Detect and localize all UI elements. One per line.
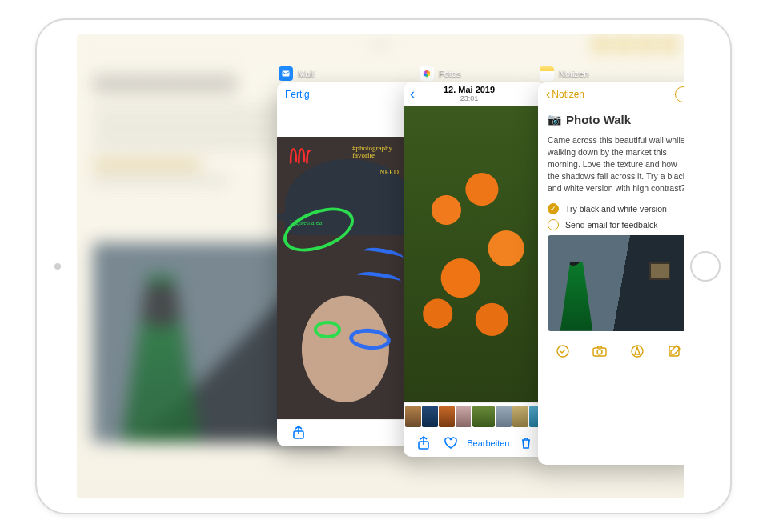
thumbnail[interactable]: [456, 406, 472, 427]
photos-topbar: ‹ 12. Mai 2019 23:01: [404, 82, 546, 106]
note-content[interactable]: 📷 Photo Walk Came across this beautiful …: [538, 106, 684, 338]
thumbnail[interactable]: [496, 406, 512, 427]
thumbnail[interactable]: [512, 406, 528, 427]
more-icon[interactable]: ⋯: [675, 86, 684, 102]
note-body-text: Came across this beautiful wall while wa…: [548, 134, 684, 195]
app-label-notes[interactable]: Notizen: [540, 66, 588, 81]
app-label-photos[interactable]: Fotos: [420, 66, 461, 81]
svg-point-6: [424, 70, 427, 74]
notes-app-icon: [540, 66, 554, 81]
checklist-text: Try black and white version: [565, 204, 667, 214]
front-camera: [54, 263, 61, 270]
checklist-icon[interactable]: [552, 344, 573, 358]
share-icon[interactable]: [413, 436, 434, 450]
thumbnail[interactable]: [439, 406, 455, 427]
note-title-row: 📷 Photo Walk: [548, 113, 684, 126]
photo-date: 12. Mai 2019: [444, 86, 495, 94]
back-button[interactable]: ‹: [410, 86, 415, 102]
edit-button[interactable]: Bearbeiten: [467, 438, 509, 448]
svg-point-11: [597, 350, 602, 354]
mail-app-icon: [279, 66, 293, 81]
share-icon[interactable]: [288, 426, 309, 440]
photo-viewer[interactable]: [404, 106, 546, 402]
markup-icon[interactable]: [627, 344, 648, 358]
note-title: Photo Walk: [566, 113, 631, 126]
app-label-text: Notizen: [559, 69, 588, 78]
checklist-item[interactable]: ✓ Try black and white version: [548, 203, 684, 214]
mail-topbar: Fertig: [277, 82, 420, 106]
checklist-item[interactable]: Send email for feedbalck: [548, 219, 684, 230]
back-button[interactable]: ‹ Notizen: [546, 87, 584, 102]
trash-icon[interactable]: [516, 437, 536, 450]
slideover-card-photos[interactable]: ‹ 12. Mai 2019 23:01: [404, 82, 546, 457]
camera-icon: 📷: [548, 113, 561, 126]
app-label-text: Mail: [298, 69, 314, 78]
app-label-mail[interactable]: Mail: [279, 66, 314, 81]
home-button[interactable]: [690, 251, 721, 282]
photos-bottombar: Bearbeiten: [404, 430, 546, 457]
thumbnail[interactable]: [405, 406, 421, 427]
ipad-device-frame: Mail Fotos Notizen Fertig: [35, 18, 732, 514]
notes-bottombar: [538, 338, 684, 365]
checkbox-unchecked-icon[interactable]: [548, 219, 559, 230]
photos-app-icon: [420, 66, 434, 81]
photo-thumbnail-strip[interactable]: [404, 402, 546, 430]
checklist-text: Send email for feedbalck: [565, 220, 658, 230]
svg-point-9: [557, 346, 568, 357]
camera-icon[interactable]: [589, 345, 610, 358]
compose-icon[interactable]: [664, 344, 684, 358]
checkbox-checked-icon[interactable]: ✓: [548, 203, 559, 214]
mail-bottombar: [277, 419, 420, 446]
slideover-card-notes[interactable]: ‹ Notizen ⋯ 📷 Photo Walk Came across thi…: [538, 82, 684, 465]
done-button[interactable]: Fertig: [285, 89, 310, 100]
thumbnail[interactable]: [422, 406, 438, 427]
app-label-text: Fotos: [439, 69, 461, 78]
slideover-card-mail[interactable]: Fertig #photography favorite NEED Lighte…: [277, 82, 420, 446]
photo-time: 23:01: [444, 94, 495, 102]
notes-topbar: ‹ Notizen ⋯: [538, 82, 684, 106]
note-attached-photo[interactable]: [548, 235, 684, 331]
mail-photo-markup[interactable]: #photography favorite NEED Lighten area: [277, 137, 420, 419]
heart-icon[interactable]: [440, 437, 461, 450]
ipad-screen: Mail Fotos Notizen Fertig: [77, 34, 684, 498]
thumbnail-selected[interactable]: [472, 406, 495, 427]
